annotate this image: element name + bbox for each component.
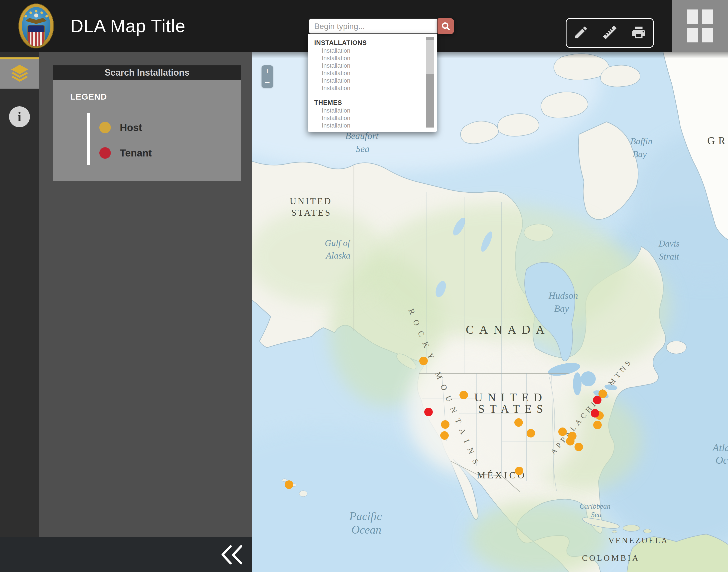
- legend-label: Tenant: [120, 147, 152, 159]
- card-header: Search Installations: [53, 65, 241, 80]
- legend-bar: [87, 113, 90, 165]
- host-marker[interactable]: [527, 429, 535, 437]
- info-icon: i: [17, 109, 21, 125]
- tenant-marker[interactable]: [593, 396, 601, 404]
- app-grid-button[interactable]: [672, 0, 728, 52]
- suggestion-item[interactable]: Installation: [314, 54, 426, 62]
- measure-ruler-icon[interactable]: [602, 25, 617, 41]
- legend-heading: LEGEND: [70, 92, 107, 101]
- dropdown-scrollbar[interactable]: [426, 37, 434, 128]
- host-swatch: [99, 122, 111, 133]
- tenant-marker[interactable]: [591, 409, 599, 418]
- suggestion-item[interactable]: Installation: [314, 47, 426, 54]
- host-marker[interactable]: [558, 428, 567, 436]
- map-toolbar: [566, 18, 654, 48]
- legend-item-tenant: Tenant: [99, 147, 152, 159]
- search-icon: [441, 21, 451, 31]
- zoom-out-button[interactable]: −: [262, 77, 273, 88]
- zoom-control: + −: [262, 65, 273, 88]
- sidebar: i: [0, 52, 39, 537]
- dla-logo: [18, 3, 54, 49]
- suggestion-group-heading: INSTALLATIONS: [314, 39, 426, 47]
- search-button[interactable]: [437, 18, 454, 34]
- suggestion-item[interactable]: Installation: [314, 77, 426, 84]
- panel-footer: [0, 537, 252, 572]
- host-marker[interactable]: [514, 418, 523, 427]
- host-marker[interactable]: [419, 357, 428, 365]
- card-title: Search Installations: [104, 67, 190, 78]
- suggestion-item[interactable]: Installation: [314, 107, 426, 114]
- tenant-marker[interactable]: [424, 408, 433, 416]
- suggestion-item[interactable]: Installation: [314, 122, 426, 129]
- suggestion-item[interactable]: Installation: [314, 114, 426, 122]
- left-panel: Search Installations LEGEND Host Tenant: [39, 52, 252, 537]
- sidebar-item-info[interactable]: i: [9, 106, 30, 127]
- tenant-swatch: [99, 147, 111, 159]
- host-marker[interactable]: [441, 420, 449, 429]
- layers-icon: [9, 64, 31, 84]
- suggestion-item[interactable]: Installation: [314, 69, 426, 77]
- host-marker[interactable]: [515, 467, 523, 475]
- legend-label: Host: [120, 122, 142, 133]
- suggestion-item[interactable]: Installation: [314, 62, 426, 69]
- host-marker[interactable]: [566, 437, 575, 445]
- sidebar-item-layers[interactable]: [0, 57, 39, 89]
- draw-pencil-icon[interactable]: [573, 25, 589, 41]
- search-input[interactable]: [309, 18, 437, 34]
- zoom-in-button[interactable]: +: [262, 65, 273, 77]
- host-marker[interactable]: [285, 481, 293, 489]
- host-marker[interactable]: [593, 421, 602, 429]
- double-chevron-left-icon: [220, 544, 247, 565]
- suggestion-item[interactable]: Installation: [314, 84, 426, 92]
- collapse-panel-button[interactable]: [220, 544, 247, 565]
- legend-item-host: Host: [99, 122, 142, 133]
- page-title: DLA Map Title: [70, 16, 186, 36]
- search-installations-card: Search Installations LEGEND Host Tenant: [53, 65, 241, 181]
- host-marker[interactable]: [575, 443, 583, 451]
- grid-icon: [687, 9, 713, 43]
- dropdown-scrollbar-thumb[interactable]: [426, 40, 434, 74]
- suggestion-list: INSTALLATIONSInstallationInstallationIns…: [308, 34, 426, 132]
- host-marker[interactable]: [459, 391, 468, 399]
- suggestion-group-heading: THEMES: [314, 98, 426, 107]
- host-marker[interactable]: [440, 431, 449, 440]
- card-body: LEGEND Host Tenant: [53, 80, 241, 181]
- print-icon[interactable]: [631, 25, 646, 41]
- shield-icon: [28, 25, 45, 47]
- search-suggestions-dropdown: INSTALLATIONSInstallationInstallationIns…: [308, 34, 437, 132]
